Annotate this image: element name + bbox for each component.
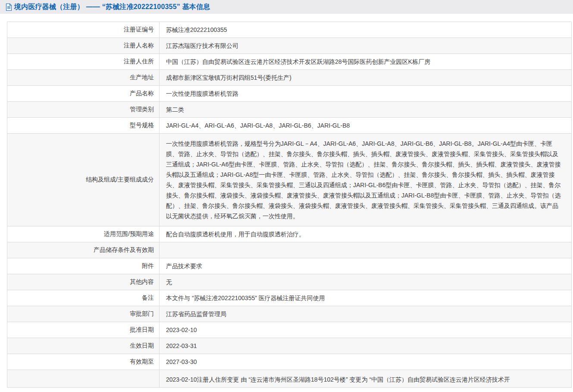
field-value: 2023-02-10注册人住所变更 由 “连云港市海州区圣湖路18号102号楼”… <box>160 370 572 388</box>
table-row: 附件 产品技术要求 <box>7 258 572 274</box>
field-label: 注册人住所 <box>7 54 160 70</box>
field-value: 本文件与 “苏械注准20222100355” 医疗器械注册证共同使用 <box>160 290 572 306</box>
field-label: 产品名称 <box>7 86 160 102</box>
table-row: 注册人住所 中国（江苏）自由贸易试验区连云港片区经济技术开发区跃湖路28号国际医… <box>7 54 572 70</box>
field-value: JARI-GL-A4、ARI-GL-A6、JARI-GL-A8、JARI-GL-… <box>160 118 572 134</box>
field-label: 生效日期 <box>7 338 160 354</box>
field-label: 备注 <box>7 290 160 306</box>
table-row: 备注 本文件与 “苏械注准20222100355” 医疗器械注册证共同使用 <box>7 290 572 306</box>
page-title: 境内医疗器械（注册） —— “苏械注准20222100355” 基本信息 <box>14 3 210 12</box>
registration-info-table: 注册证编号 苏械注准20222100355 注册人名称 江苏杰瑞医疗技术有限公司… <box>7 22 572 388</box>
table-row: 生效日期 2022-03-31 <box>7 338 572 354</box>
field-label: 注册证编号 <box>7 22 160 38</box>
field-value: 配合自动腹膜透析机使用，用于自动腹膜透析治疗。 <box>160 226 572 242</box>
field-label: 附件 <box>7 258 160 274</box>
field-value: 2023-02-10 <box>160 322 572 338</box>
field-label: 注册人名称 <box>7 38 160 54</box>
table-row: 结构及组成/主要组成成分 一次性使用腹膜透析机管路，规格型号分为JARI-GL－… <box>7 134 572 226</box>
field-value: 2027-03-30 <box>160 354 572 370</box>
field-label: 结构及组成/主要组成成分 <box>7 134 160 226</box>
document-icon <box>6 3 12 11</box>
field-value: 2022-03-31 <box>160 338 572 354</box>
page: 境内医疗器械（注册） —— “苏械注准20222100355” 基本信息 注册证… <box>0 0 573 392</box>
field-value: 江苏杰瑞医疗技术有限公司 <box>160 38 572 54</box>
field-label: 适用范围/预期用途 <box>7 226 160 242</box>
table-row: 注册证编号 苏械注准20222100355 <box>7 22 572 38</box>
field-label: 有效期至 <box>7 354 160 370</box>
table-row: 生产地址 成都市新津区宝墩镇万街村四组51号(委托生产) <box>7 70 572 86</box>
field-value <box>160 242 572 258</box>
table-row: 适用范围/预期用途 配合自动腹膜透析机使用，用于自动腹膜透析治疗。 <box>7 226 572 242</box>
field-label <box>7 370 160 388</box>
field-value: 第二类 <box>160 102 572 118</box>
field-value: 江苏省药品监督管理局 <box>160 306 572 322</box>
field-label: 生产地址 <box>7 70 160 86</box>
field-label: 批准日期 <box>7 322 160 338</box>
table-row: 产品储存条件及有效期 <box>7 242 572 258</box>
page-header: 境内医疗器械（注册） —— “苏械注准20222100355” 基本信息 <box>0 0 573 14</box>
table-row: 注册人名称 江苏杰瑞医疗技术有限公司 <box>7 38 572 54</box>
field-value: 中国（江苏）自由贸易试验区连云港片区经济技术开发区跃湖路28号国际医药创新产业园… <box>160 54 572 70</box>
field-value: 无 <box>160 274 572 290</box>
field-value: 成都市新津区宝墩镇万街村四组51号(委托生产) <box>160 70 572 86</box>
table-row: 批准日期 2023-02-10 <box>7 322 572 338</box>
field-value: 一次性使用腹膜透析机管路，规格型号分为JARI-GL－A4、JARI-GL-A6… <box>160 134 572 226</box>
field-value: 一次性使用腹膜透析机管路 <box>160 86 572 102</box>
table-row: 审批部门 江苏省药品监督管理局 <box>7 306 572 322</box>
field-label: 其他内容 <box>7 274 160 290</box>
field-label: 产品储存条件及有效期 <box>7 242 160 258</box>
table-row: 产品名称 一次性使用腹膜透析机管路 <box>7 86 572 102</box>
field-label: 审批部门 <box>7 306 160 322</box>
field-value: 苏械注准20222100355 <box>160 22 572 38</box>
table-row: 型号规格 JARI-GL-A4、ARI-GL-A6、JARI-GL-A8、JAR… <box>7 118 572 134</box>
field-label: 管理类别 <box>7 102 160 118</box>
table-row: 管理类别 第二类 <box>7 102 572 118</box>
field-value: 产品技术要求 <box>160 258 572 274</box>
field-label: 型号规格 <box>7 118 160 134</box>
table-row: 有效期至 2027-03-30 <box>7 354 572 370</box>
table-row: 其他内容 无 <box>7 274 572 290</box>
table-row: 2023-02-10注册人住所变更 由 “连云港市海州区圣湖路18号102号楼”… <box>7 370 572 388</box>
